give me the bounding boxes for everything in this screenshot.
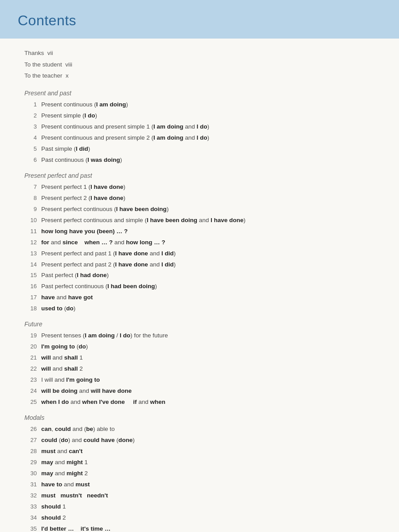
toc-item-34: 34 should 2	[24, 512, 375, 524]
header-band: Contents	[0, 0, 399, 39]
toc-item-7: 7 Present perfect 1 (I have done)	[24, 182, 375, 193]
front-matter: Thanks vii To the student viii To the te…	[24, 47, 375, 82]
front-matter-student: To the student viii	[24, 59, 375, 70]
toc-item-3: 3 Present continuous and present simple …	[24, 121, 375, 133]
toc-item-9: 9 Present perfect continuous (I have bee…	[24, 204, 375, 215]
toc-item-6: 6 Past continuous (I was doing)	[24, 155, 375, 166]
section-present-perfect-past: Present perfect and past 7 Present perfe…	[24, 172, 375, 315]
front-matter-thanks: Thanks vii	[24, 47, 375, 59]
toc-item-16: 16 Past perfect continuous (I had been d…	[24, 281, 375, 292]
toc-item-21: 21 will and shall 1	[24, 352, 375, 364]
page-title: Contents	[18, 12, 381, 29]
toc-item-27: 27 could (do) and could have (done)	[24, 435, 375, 446]
section-header-present-perfect: Present perfect and past	[24, 172, 375, 179]
section-future: Future 19 Present tenses (I am doing / I…	[24, 321, 375, 408]
section-header-modals: Modals	[24, 414, 375, 421]
toc-item-14: 14 Present perfect and past 2 (I have do…	[24, 259, 375, 270]
toc-item-31: 31 have to and must	[24, 479, 375, 490]
toc-item-18: 18 used to (do)	[24, 303, 375, 314]
toc-item-25: 25 when I do and when I've done if and w…	[24, 397, 375, 408]
section-header-present-past: Present and past	[24, 90, 375, 97]
section-header-future: Future	[24, 321, 375, 328]
toc-item-12: 12 for and since when … ? and how long ……	[24, 237, 375, 248]
toc-item-13: 13 Present perfect and past 1 (I have do…	[24, 248, 375, 259]
toc-item-22: 22 will and shall 2	[24, 364, 375, 375]
toc-item-35: 35 I'd better … it's time …	[24, 524, 375, 532]
toc-item-2: 2 Present simple (I do)	[24, 110, 375, 121]
toc-item-20: 20 I'm going to (do)	[24, 341, 375, 352]
section-present-past: Present and past 1 Present continuous (I…	[24, 90, 375, 166]
content-area: Thanks vii To the student viii To the te…	[0, 39, 399, 532]
toc-item-28: 28 must and can't	[24, 446, 375, 457]
toc-item-24: 24 will be doing and will have done	[24, 386, 375, 397]
toc-item-29: 29 may and might 1	[24, 457, 375, 468]
toc-item-17: 17 have and have got	[24, 292, 375, 303]
toc-item-5: 5 Past simple (I did)	[24, 144, 375, 155]
toc-item-1: 1 Present continuous (I am doing)	[24, 99, 375, 110]
toc-item-4: 4 Present continuous and present simple …	[24, 133, 375, 144]
toc-item-19: 19 Present tenses (I am doing / I do) fo…	[24, 330, 375, 341]
toc-item-10: 10 Present perfect continuous and simple…	[24, 215, 375, 226]
toc-item-15: 15 Past perfect (I had done)	[24, 270, 375, 281]
toc-item-26: 26 can, could and (be) able to	[24, 424, 375, 435]
toc-item-8: 8 Present perfect 2 (I have done)	[24, 193, 375, 204]
toc-item-33: 33 should 1	[24, 501, 375, 512]
toc-item-23: 23 I will and I'm going to	[24, 375, 375, 386]
toc-item-32: 32 must mustn't needn't	[24, 490, 375, 501]
front-matter-teacher: To the teacher x	[24, 70, 375, 82]
section-modals: Modals 26 can, could and (be) able to 27…	[24, 414, 375, 532]
toc-item-30: 30 may and might 2	[24, 468, 375, 479]
toc-item-11: 11 how long have you (been) … ?	[24, 226, 375, 237]
page: Contents Thanks vii To the student viii …	[0, 0, 399, 532]
